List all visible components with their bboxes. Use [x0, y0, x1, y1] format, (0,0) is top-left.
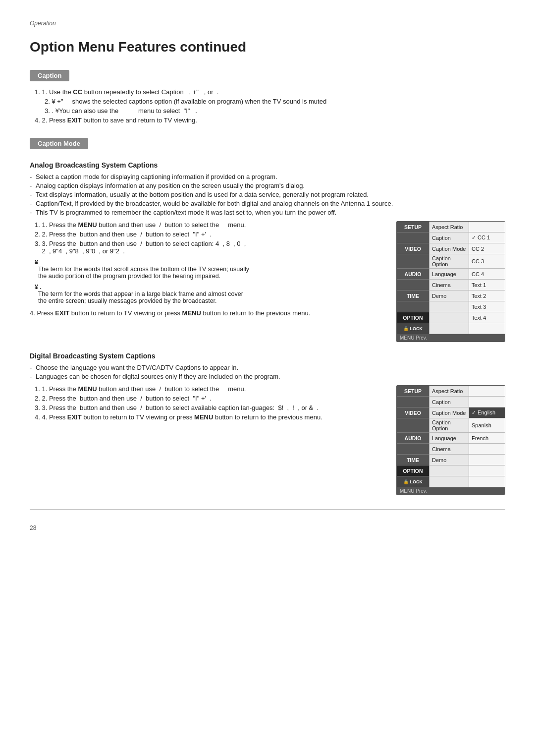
analog-step-3: 3. Press the button and then use / butto… [35, 240, 386, 255]
menu-label-empty2 [397, 254, 429, 269]
menu2-right-empty4 [469, 455, 505, 465]
menu2-item-captionoption: Caption Option [429, 418, 469, 433]
page-title: Option Menu Features continued [30, 39, 505, 55]
menu2-label-setup: SETUP [397, 386, 429, 397]
menu2-row-captionmode: VIDEO Caption Mode ✓ English [397, 407, 505, 418]
menu2-row-setup: SETUP Aspect Ratio [397, 386, 505, 397]
digital-step-4: 4. Press EXIT button to return to TV vie… [35, 413, 386, 421]
caption-mode-badge: Caption Mode [30, 138, 88, 149]
menu2-label-lock: 🔒 LOCK [397, 476, 429, 487]
menu2-right-empty3 [469, 444, 505, 455]
menu-label-time: TIME [397, 291, 429, 301]
menu-right-empty1 [469, 222, 505, 233]
page-number: 28 [30, 524, 505, 531]
caption-step-1b: . ¥You can also use the menu to select "… [45, 107, 505, 115]
menu-row-demo: TIME Demo Text 2 [397, 291, 505, 301]
top-divider [30, 30, 505, 30]
menu-item-demo: Demo [429, 291, 469, 301]
analog-step-4: 4. Press EXIT button to return to TV vie… [30, 309, 386, 317]
digital-text-col: 1. Press the MENU button and then use / … [30, 385, 386, 425]
menu-label-empty1 [397, 233, 429, 243]
menu-row-option: OPTION Text 4 [397, 312, 505, 323]
bottom-divider [30, 509, 505, 510]
menu-row-cinema: Cinema Text 1 [397, 280, 505, 291]
menu-label-audio: AUDIO [397, 269, 429, 280]
caption-steps: 1. Use the CC button repeatedly to selec… [35, 88, 505, 124]
menu-row-captionoption: Caption Option CC 3 [397, 254, 505, 269]
menu-right-text2: Text 2 [469, 291, 505, 301]
analog-bullet-2: Analog caption displays information at a… [30, 182, 505, 189]
page-top-label: Operation [30, 20, 505, 27]
menu2-row-option: OPTION [397, 465, 505, 476]
menu-item-caption: Caption [429, 233, 469, 243]
menu2-row-captionoption: Caption Option Spanish [397, 418, 505, 433]
menu-row-captionmode: VIDEO Caption Mode CC 2 [397, 243, 505, 254]
note-caption: ¥ The term for the words that scroll acr… [35, 259, 386, 280]
menu2-item-captionmode: Caption Mode [429, 407, 469, 418]
menu-item-captionmode: Caption Mode [429, 243, 469, 254]
menu-right-text1: Text 1 [469, 280, 505, 291]
digital-bullet-1: Choose the language you want the DTV/CAD… [30, 364, 505, 371]
menu2-right-english: ✓ English [469, 407, 505, 418]
menu-item-cinema: Cinema [429, 280, 469, 291]
caption-step-2: 2. Press EXIT button to save and return … [35, 116, 505, 124]
analog-steps: 1. Press the MENU button and then use / … [35, 221, 386, 255]
menu2-label-empty2 [397, 418, 429, 433]
menu-item-empty1 [429, 301, 469, 312]
menu-label-lock: 🔒 LOCK [397, 323, 429, 334]
analog-two-col: 1. Press the MENU button and then use / … [30, 221, 505, 342]
digital-steps: 1. Press the MENU button and then use / … [35, 385, 386, 421]
menu-row-setup: SETUP Aspect Ratio [397, 222, 505, 233]
menu-item-empty3 [429, 323, 469, 334]
menu2-label-time: TIME [397, 455, 429, 465]
menu-row-lock: 🔒 LOCK [397, 323, 505, 334]
menu2-label-audio: AUDIO [397, 433, 429, 444]
menu-item-aspect: Aspect Ratio [429, 222, 469, 233]
menu-panel-2: SETUP Aspect Ratio Caption VIDEO Caption… [396, 385, 505, 495]
digital-two-col: 1. Press the MENU button and then use / … [30, 385, 505, 495]
menu-label-empty4 [397, 301, 429, 312]
menu2-row-caption: Caption [397, 397, 505, 407]
menu2-item-caption: Caption [429, 397, 469, 407]
menu2-row-demo: TIME Demo [397, 455, 505, 465]
menu2-item-empty1 [429, 465, 469, 476]
digital-step-3: 3. Press the button and then use / butto… [35, 404, 386, 411]
menu2-right-empty6 [469, 476, 505, 487]
analog-text-col: 1. Press the MENU button and then use / … [30, 221, 386, 317]
digital-bullets: Choose the language you want the DTV/CAD… [30, 364, 505, 380]
menu-right-cc3: CC 3 [469, 254, 505, 269]
menu2-item-language: Language [429, 433, 469, 444]
menu2-row-lock: 🔒 LOCK [397, 476, 505, 487]
menu2-right-french: French [469, 433, 505, 444]
analog-bullet-3: Text displays information, usually at th… [30, 191, 505, 198]
analog-step-2: 2. Press the button and then use / butto… [35, 231, 386, 238]
menu2-row-language: AUDIO Language French [397, 433, 505, 444]
menu-row-text3: Text 3 [397, 301, 505, 312]
menu-bottom-bar-1: MENU Prev. [397, 334, 505, 342]
menu2-item-aspect: Aspect Ratio [429, 386, 469, 397]
analog-step-1: 1. Press the MENU button and then use / … [35, 221, 386, 229]
note-text: ¥ . The term for the words that appear i… [35, 284, 386, 304]
menu-right-text3: Text 3 [469, 301, 505, 312]
menu2-label-empty3 [397, 444, 429, 455]
menu2-item-cinema: Cinema [429, 444, 469, 455]
menu-item-captionoption: Caption Option [429, 254, 469, 269]
menu2-item-empty2 [429, 476, 469, 487]
menu2-right-empty1 [469, 386, 505, 397]
menu2-right-spanish: Spanish [469, 418, 505, 433]
caption-step-1a: ¥ +" shows the selected captions option … [45, 98, 505, 105]
menu-panel-1: SETUP Aspect Ratio Caption ✓ CC 1 VIDEO … [396, 221, 505, 342]
menu-bottom-bar-2: MENU Prev. [397, 487, 505, 495]
menu-right-cc1: ✓ CC 1 [469, 233, 505, 243]
menu2-label-option: OPTION [397, 465, 429, 476]
menu-right-cc4: CC 4 [469, 269, 505, 280]
menu-label-empty3 [397, 280, 429, 291]
menu-item-empty2 [429, 312, 469, 323]
menu2-item-demo: Demo [429, 455, 469, 465]
caption-section: Caption 1. Use the CC button repeatedly … [30, 70, 505, 124]
menu-right-empty2 [469, 323, 505, 334]
digital-step-1: 1. Press the MENU button and then use / … [35, 385, 386, 393]
menu-label-video: VIDEO [397, 243, 429, 254]
analog-bullet-4: Caption/Text, if provided by the broadca… [30, 200, 505, 207]
menu-label-setup: SETUP [397, 222, 429, 233]
